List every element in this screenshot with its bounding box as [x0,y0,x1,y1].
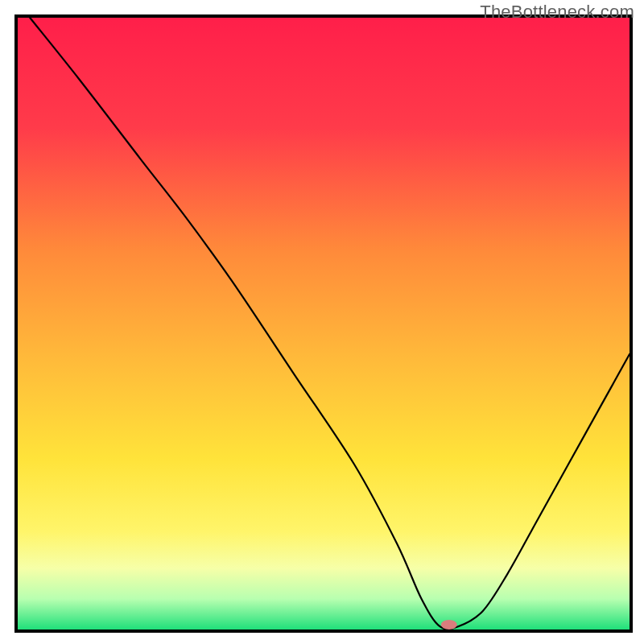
chart-container: TheBottleneck.com [0,0,644,644]
bottleneck-chart [0,0,644,644]
watermark-label: TheBottleneck.com [480,2,634,23]
plot-background [18,18,630,630]
optimal-point-marker [441,620,457,630]
